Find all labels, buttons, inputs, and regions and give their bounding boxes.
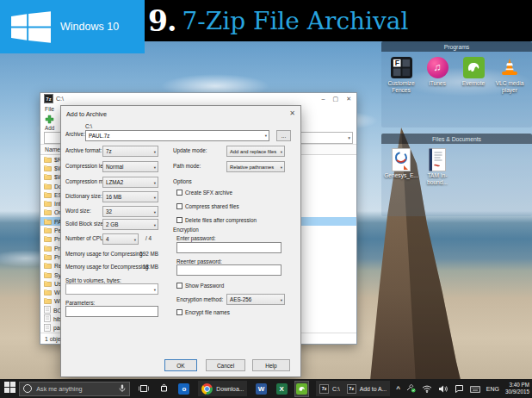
browse-button[interactable]: ... [276,130,291,141]
action-center-icon[interactable] [455,381,464,396]
ok-button[interactable]: OK [164,359,197,371]
update-mode-select[interactable]: Add and replace files▾ [226,146,285,157]
word-icon: W [256,383,267,395]
create-sfx-checkbox[interactable]: Create SFX archive [176,190,232,196]
split-volumes-combobox[interactable]: ▾ [65,283,158,295]
folder-icon [44,245,52,252]
clock[interactable]: 3:40 PM 30/9/2015 [505,382,529,395]
excel-icon: X [276,383,288,395]
store-icon [159,381,169,396]
archive-format-select[interactable]: 7z▾ [102,146,158,157]
compression-level-select[interactable]: Normal▾ [102,161,158,172]
parameters-input[interactable] [65,306,158,317]
fence-title[interactable]: Files & Documents [381,134,532,144]
lesson-number: 9. [148,4,176,38]
archive-format-label: Archive format: [65,147,102,153]
checkbox-box[interactable] [176,190,182,196]
cpu-threads-select[interactable]: 4▾ [102,233,139,245]
usb-eject-icon[interactable] [406,381,416,396]
memory-decompressing-value: 18 MB [124,264,158,270]
menu-item-file[interactable]: File [45,106,54,112]
compression-method-select[interactable]: LZMA2▾ [102,177,158,188]
encryption-method-label: Encryption method: [176,296,223,302]
touch-keyboard-icon[interactable] [470,381,480,396]
add-label: Add [45,125,54,131]
help-button[interactable]: Help [252,359,290,371]
path-mode-select[interactable]: Relative pathnames▾ [226,161,285,172]
desktop-icon-vlc-media-player[interactable]: VLC media player [492,55,528,93]
word-size-select[interactable]: 32▾ [102,206,158,217]
window-titlebar[interactable]: 7z C:\ – ▢ ✕ [40,93,356,104]
show-password-checkbox[interactable]: Show Password [176,283,224,289]
maximize-icon[interactable]: ▢ [333,96,339,103]
encryption-method-select[interactable]: AES-256▾ [226,294,285,305]
evernote-button[interactable] [295,382,308,396]
reenter-password-input[interactable] [176,264,281,276]
show-hidden-icons-button[interactable]: ^ [396,385,400,393]
path-mode-label: Path mode: [173,163,201,169]
desktop-icon-evernote[interactable]: Evernote [455,55,492,93]
window-title: C:\ [56,96,319,102]
file-icon [44,306,51,314]
excel-button[interactable]: X [275,382,288,396]
seven-zip-icon: 7z [44,94,53,103]
folder-icon [44,218,52,226]
checkbox-box[interactable] [176,283,182,289]
folder-icon [44,297,52,305]
folder-icon [44,200,52,208]
folder-icon [44,173,52,181]
task-view-button[interactable] [138,382,151,396]
folder-icon [44,208,52,216]
store-button[interactable] [158,382,170,396]
itunes-icon: ♫ [427,55,448,79]
checkbox-box[interactable] [176,309,182,315]
add-plus-icon [45,115,54,125]
tray-add-to-archive-button[interactable]: 7z Add to A... [343,381,390,396]
start-button[interactable] [0,379,19,398]
close-icon[interactable]: ✕ [289,109,295,117]
window-close-icon[interactable]: ✕ [346,96,351,103]
dialog-title: Add to Archive [66,110,107,118]
network-icon[interactable] [422,381,432,396]
add-to-archive-dialog: Add to Archive ✕ Archive: C:\ PAUL.7z ▾ … [60,105,301,377]
outlook-button[interactable]: o [178,382,191,396]
volume-icon[interactable] [438,381,448,396]
microphone-icon[interactable] [119,381,126,396]
archive-name-combobox[interactable]: PAUL.7z ▾ [85,130,269,141]
fence-title[interactable]: Programs [381,41,532,52]
desktop-icon-label: TAM In-bound... [419,172,455,185]
folder-icon [44,289,52,296]
search-box[interactable]: Ask me anything [19,382,129,396]
chrome-button[interactable]: Downloa... [198,381,247,396]
compress-shared-checkbox[interactable]: Compress shared files [176,203,239,209]
folder-icon [44,262,52,270]
word-button[interactable]: W [255,382,268,396]
desktop-icon-label: VLC media player [492,80,528,93]
chrome-icon [201,383,213,395]
checkbox-box[interactable] [176,217,182,223]
taskbar: Ask me anything o Downloa... W X 7z C:\ … [0,379,532,398]
desktop-icon-customize-fences[interactable]: FCustomize Fences [383,55,419,93]
desktop-icon-genesys-e[interactable]: Genesys_E... [383,147,419,185]
desktop-icon-label: Evernote [462,80,485,87]
desktop-icon-label: Genesys_E... [384,172,418,179]
dialog-titlebar[interactable]: Add to Archive ✕ [61,106,300,121]
sevenzip-button[interactable]: 7z C:\ [316,381,343,396]
cancel-button[interactable]: Cancel [206,359,245,371]
checkbox-box[interactable] [176,203,182,209]
enter-password-input[interactable] [176,242,281,253]
dictionary-size-select[interactable]: 16 MB▾ [102,191,158,202]
fences-icon: F [391,55,412,79]
language-indicator[interactable]: ENG [486,386,499,392]
add-button[interactable]: Add [45,115,54,131]
desktop-icon-label: iTunes [429,80,446,87]
desktop-icon-itunes[interactable]: ♫iTunes [419,55,455,93]
minimize-icon[interactable]: – [322,96,325,103]
encrypt-names-checkbox[interactable]: Encrypt file names [176,309,230,315]
chevron-down-icon: ▾ [348,135,350,140]
solid-block-size-select[interactable]: 2 GB▾ [102,219,158,230]
seven-zip-icon: 7z [319,384,329,394]
desktop-icon-tam-in-bound[interactable]: TAM In-bound... [419,147,455,185]
cortana-icon [23,384,32,393]
delete-after-checkbox[interactable]: Delete files after compression [176,217,257,223]
